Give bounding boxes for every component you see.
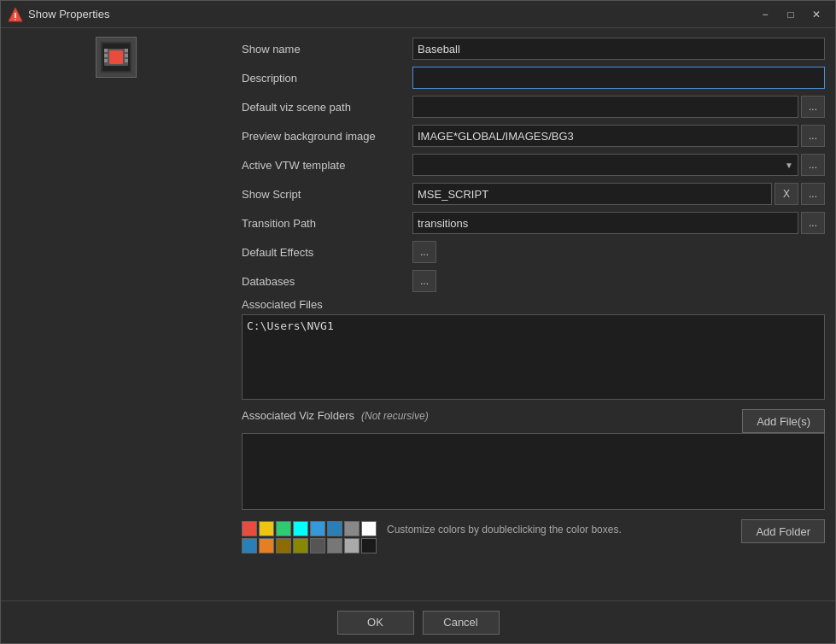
color-hint: Customize colors by doubleclicking the c… (387, 521, 622, 537)
transition-path-control: ... (412, 212, 825, 234)
left-panel (1, 28, 231, 600)
default-viz-label: Default viz scene path (242, 101, 412, 114)
default-effects-control: ... (412, 241, 825, 263)
svg-rect-12 (109, 50, 123, 64)
color-swatch-midgray[interactable] (327, 538, 342, 553)
transition-path-browse-button[interactable]: ... (801, 212, 825, 234)
associated-files-section: Associated Files C:\Users\NVG1 Add File(… (242, 298, 825, 402)
databases-label: Databases (242, 275, 412, 288)
color-swatch-gray[interactable] (344, 521, 360, 536)
active-vtw-select[interactable] (412, 154, 798, 176)
associated-viz-folders-textarea[interactable] (242, 433, 825, 510)
color-swatch-white[interactable] (361, 521, 377, 536)
default-effects-row: Default Effects ... (242, 240, 825, 264)
show-script-input[interactable] (412, 183, 772, 205)
associated-viz-label: Associated Viz Folders (242, 409, 354, 422)
color-swatches (242, 521, 377, 553)
preview-bg-input[interactable] (412, 125, 798, 147)
default-viz-row: Default viz scene path ... (242, 95, 825, 119)
color-swatch-darkblue[interactable] (327, 521, 342, 536)
associated-viz-folders-section: Associated Viz Folders (Not recursive) A… (242, 409, 825, 512)
default-viz-input[interactable] (412, 96, 798, 118)
minimize-button[interactable]: − (753, 6, 777, 23)
associated-files-label: Associated Files (242, 298, 825, 311)
window-title: Show Properties (28, 8, 753, 20)
svg-rect-8 (104, 59, 108, 62)
color-swatch-cyan[interactable] (293, 521, 308, 536)
show-script-browse-button[interactable]: ... (801, 183, 825, 205)
ok-button[interactable]: OK (337, 611, 414, 635)
databases-browse-button[interactable]: ... (412, 270, 436, 292)
color-grid (242, 521, 377, 553)
maximize-button[interactable]: □ (779, 6, 803, 23)
svg-point-2 (15, 19, 16, 20)
preview-bg-control: ... (412, 125, 825, 147)
footer: OK Cancel (1, 600, 835, 643)
show-properties-window: Show Properties − □ ✕ (0, 0, 836, 644)
preview-bg-label: Preview background image (242, 130, 412, 143)
preview-bg-row: Preview background image ... (242, 124, 825, 148)
description-control (412, 67, 825, 89)
description-input[interactable] (412, 67, 825, 89)
show-script-label: Show Script (242, 188, 412, 201)
color-section: Customize colors by doubleclicking the c… (242, 521, 741, 553)
title-bar: Show Properties − □ ✕ (1, 1, 835, 28)
show-script-clear-button[interactable]: X (775, 183, 798, 205)
svg-rect-11 (125, 59, 128, 62)
default-viz-browse-button[interactable]: ... (801, 96, 825, 118)
color-swatch-darkyellow[interactable] (276, 538, 291, 553)
description-row: Description (242, 66, 825, 90)
active-vtw-control: ▼ ... (412, 154, 825, 176)
color-swatch-blue2[interactable] (242, 538, 257, 553)
color-swatch-red[interactable] (242, 521, 257, 536)
color-swatch-yellow[interactable] (259, 521, 274, 536)
app-icon (8, 7, 23, 22)
show-logo (96, 37, 137, 78)
active-vtw-dropdown-wrapper: ▼ (412, 154, 798, 176)
transition-path-label: Transition Path (242, 217, 412, 230)
default-viz-control: ... (412, 96, 825, 118)
active-vtw-browse-button[interactable]: ... (801, 154, 825, 176)
svg-rect-7 (104, 54, 108, 57)
form-area: Show name Description Default viz scene … (231, 28, 835, 600)
show-script-row: Show Script X ... (242, 182, 825, 206)
color-swatch-orange[interactable] (259, 538, 274, 553)
color-swatch-green[interactable] (276, 521, 291, 536)
color-swatch-black[interactable] (361, 538, 377, 553)
associated-files-textarea[interactable]: C:\Users\NVG1 (242, 314, 825, 400)
svg-rect-6 (104, 49, 108, 52)
svg-rect-9 (125, 49, 128, 52)
active-vtw-label: Active VTW template (242, 159, 412, 172)
default-effects-browse-button[interactable]: ... (412, 241, 436, 263)
default-effects-label: Default Effects (242, 246, 412, 259)
window-controls: − □ ✕ (753, 6, 828, 23)
show-name-control (412, 38, 825, 60)
color-swatch-olive[interactable] (293, 538, 308, 553)
transition-path-input[interactable] (412, 212, 798, 234)
add-files-button[interactable]: Add File(s) (742, 409, 825, 433)
not-recursive-label: (Not recursive) (361, 410, 429, 422)
show-script-control: X ... (412, 183, 825, 205)
databases-control: ... (412, 270, 825, 292)
databases-row: Databases ... (242, 269, 825, 293)
color-swatch-blue[interactable] (310, 521, 325, 536)
show-name-row: Show name (242, 37, 825, 61)
preview-bg-browse-button[interactable]: ... (801, 125, 825, 147)
color-swatch-lightgray[interactable] (344, 538, 360, 553)
active-vtw-row: Active VTW template ▼ ... (242, 153, 825, 177)
close-button[interactable]: ✕ (804, 6, 828, 23)
svg-rect-10 (125, 54, 128, 57)
color-swatch-darkgray[interactable] (310, 538, 325, 553)
add-folder-button[interactable]: Add Folder (741, 519, 825, 543)
show-name-label: Show name (242, 43, 412, 56)
show-name-input[interactable] (412, 38, 825, 60)
transition-path-row: Transition Path ... (242, 211, 825, 235)
description-label: Description (242, 72, 412, 85)
cancel-button[interactable]: Cancel (423, 611, 500, 635)
